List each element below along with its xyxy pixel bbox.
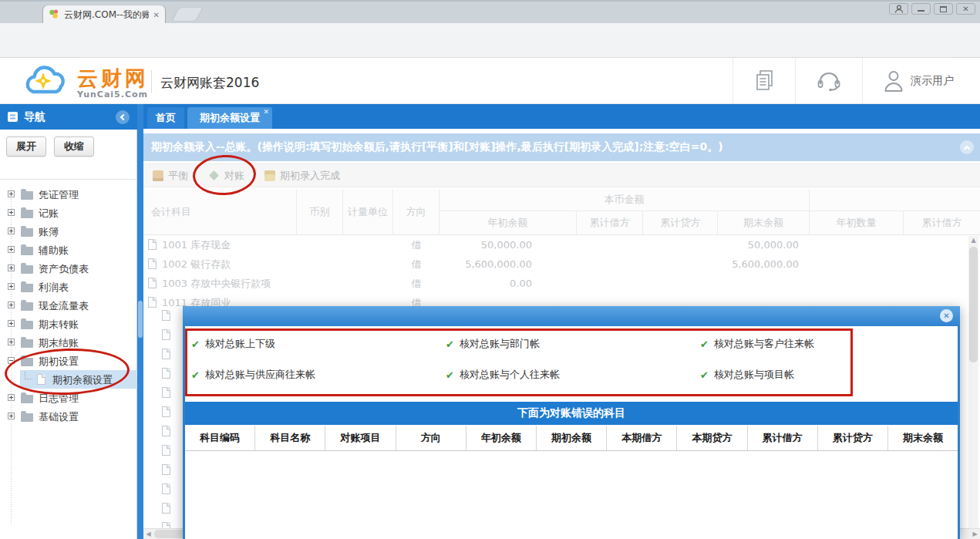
file-icon (162, 503, 170, 514)
expander-icon[interactable] (8, 302, 15, 308)
dialog-title-bar[interactable]: ✕ (183, 306, 960, 326)
expander-icon[interactable] (8, 357, 15, 364)
profile-icon[interactable] (889, 3, 908, 15)
user-menu[interactable]: 演示用户 (862, 58, 980, 103)
balance-button[interactable]: 平衡 (153, 169, 188, 183)
tab-close-icon[interactable]: ✕ (263, 108, 269, 116)
check-item: ✔核对总账与客户往来帐 (700, 337, 814, 351)
sidebar-item-balance-sheet[interactable]: 资产负债表 (0, 259, 137, 278)
expander-icon[interactable] (8, 190, 15, 197)
chevron-left-icon (120, 113, 126, 120)
reconcile-button[interactable]: 对账 (208, 169, 244, 183)
sidebar-item-period-close[interactable]: 期末结账 (0, 333, 137, 352)
sidebar: 导航 展开 收缩 凭证管理 记账 账簿 辅助账 资产负债表 利润表 现金流量表 … (0, 104, 137, 539)
check-item: ✔核对总账与部门帐 (446, 337, 540, 351)
folder-icon (21, 321, 33, 329)
logo[interactable]: 云财网 YunCai5.Com (22, 64, 149, 103)
maximize-button[interactable] (934, 3, 953, 15)
expander-icon[interactable] (8, 320, 15, 327)
sidebar-item-income-statement[interactable]: 利润表 (0, 278, 137, 296)
sidebar-item-basic-settings[interactable]: 基础设置 (0, 407, 137, 426)
col-year-begin: 年初余额 (466, 426, 537, 450)
vertical-scroll-thumb[interactable] (969, 247, 978, 362)
tree-connector (25, 372, 32, 379)
finish-entry-button[interactable]: 期初录入完成 (264, 169, 340, 183)
folder-icon (21, 191, 33, 200)
collapse-all-button[interactable]: 收缩 (54, 136, 94, 157)
file-icon (148, 278, 157, 288)
close-window-button[interactable]: ✕ (956, 3, 975, 15)
documents-button[interactable] (732, 58, 795, 103)
col-acc-debit[interactable]: 累计借方 (577, 211, 644, 234)
new-tab-button[interactable] (172, 8, 202, 21)
col-acc-credit[interactable]: 累计贷方 (643, 211, 718, 234)
tab-opening-balance[interactable]: 期初余额设置 ✕ (187, 107, 272, 129)
col-subject[interactable]: 会计科目 (143, 189, 297, 235)
table-row[interactable]: 1001 库存现金 借 50,000.00 50,000.00 (143, 235, 980, 254)
col-group-quantity: 年初数量 累计借方 (810, 189, 980, 234)
browser-tab-strip: 云财网.COM--我的账套 ✕ ✕ (0, 0, 980, 23)
sidebar-item-period-transfer[interactable]: 期末转账 (0, 315, 137, 333)
check-icon: ✔ (700, 369, 709, 381)
col-direction[interactable]: 方向 (393, 189, 439, 235)
scroll-right-icon[interactable]: ▶ (970, 529, 980, 539)
folder-icon (21, 228, 33, 237)
file-icon (148, 297, 157, 308)
info-bar: 期初余额录入--总账。(操作说明:填写初始余额后,请执行[平衡]和[对账]操作,… (143, 133, 980, 161)
col-year-end[interactable]: 期末余额 (718, 211, 809, 234)
sidebar-item-ledgers[interactable]: 账簿 (0, 222, 137, 241)
dialog-close-icon[interactable]: ✕ (940, 309, 953, 322)
support-button[interactable] (795, 58, 862, 103)
check-item: ✔核对总账与个人往来帐 (446, 368, 560, 382)
vertical-scrollbar[interactable]: ▲ ▼ (968, 236, 978, 539)
user-icon (883, 69, 904, 93)
expander-icon[interactable] (8, 264, 15, 271)
col-qty-begin[interactable]: 年初数量 (810, 211, 904, 234)
file-icon (162, 387, 170, 398)
folder-icon (21, 395, 33, 403)
col-year-begin[interactable]: 年初余额 (439, 211, 577, 234)
expander-icon[interactable] (8, 413, 15, 419)
scroll-up-icon[interactable]: ▲ (968, 236, 978, 245)
panel-splitter[interactable] (137, 104, 143, 539)
folder-icon (21, 265, 33, 274)
dialog-body: ✔核对总账上下级 ✔核对总账与部门帐 ✔核对总账与客户往来帐 ✔核对总账与供应商… (183, 326, 960, 539)
cloud-logo-icon (22, 64, 71, 103)
file-icon (148, 239, 157, 250)
minimize-button[interactable] (911, 3, 931, 15)
sidebar-collapse-button[interactable] (116, 110, 130, 124)
col-item: 对账项目 (325, 426, 396, 450)
splitter-handle[interactable] (138, 301, 143, 338)
sidebar-item-initial-setup[interactable]: 期初设置 (0, 352, 137, 370)
favicon-icon (49, 8, 59, 22)
scroll-left-icon[interactable]: ◀ (143, 529, 153, 539)
folder-icon (21, 247, 33, 255)
table-row[interactable]: 1002 银行存款 借 5,600,000.00 5,600,000.00 (143, 254, 980, 274)
browser-tab-title: 云财网.COM--我的账套 (64, 8, 149, 22)
sidebar-item-cash-flow[interactable]: 现金流量表 (0, 296, 137, 315)
sidebar-item-auxiliary[interactable]: 辅助账 (0, 241, 137, 259)
tab-close-icon[interactable]: ✕ (153, 11, 160, 19)
col-acc-debit-2[interactable]: 累计借方 (904, 211, 980, 234)
sidebar-item-voucher[interactable]: 凭证管理 (0, 185, 137, 204)
expander-icon[interactable] (8, 246, 15, 253)
expander-icon[interactable] (8, 209, 15, 216)
browser-tab[interactable]: 云财网.COM--我的账套 ✕ (43, 5, 165, 25)
info-bar-collapse-button[interactable] (960, 140, 974, 154)
sidebar-item-opening-balance[interactable]: 期初余额设置 (0, 370, 137, 389)
folder-icon (21, 302, 33, 311)
expander-icon[interactable] (8, 227, 15, 234)
expander-icon[interactable] (8, 283, 15, 290)
col-unit[interactable]: 计量单位 (343, 189, 393, 235)
content-tab-bar: 首页 期初余额设置 ✕ (143, 104, 980, 129)
expander-icon[interactable] (8, 394, 15, 401)
col-currency[interactable]: 币别 (297, 189, 343, 235)
screen: 云财网.COM--我的账套 ✕ ✕ ← → ↻ i app.yuncai5.co… (0, 0, 980, 539)
expand-all-button[interactable]: 展开 (6, 136, 46, 157)
sidebar-item-log-management[interactable]: 日志管理 (0, 389, 137, 407)
expander-icon[interactable] (8, 339, 15, 345)
sidebar-item-bookkeeping[interactable]: 记账 (0, 204, 137, 222)
file-icon (162, 406, 170, 417)
table-row[interactable]: 1003 存放中央银行款项 借 0.00 (143, 274, 980, 293)
tab-home[interactable]: 首页 (147, 107, 184, 129)
